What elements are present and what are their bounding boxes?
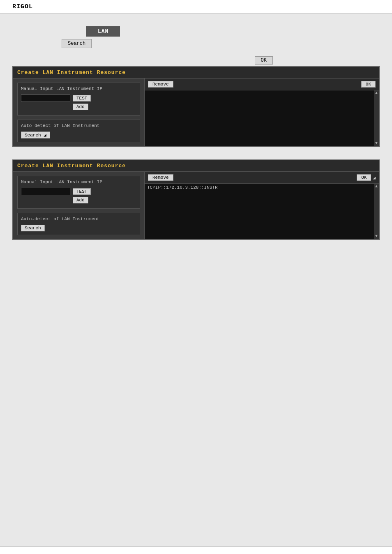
auto-section-1: Auto-detect of LAN Instrument Search ◢ — [17, 120, 140, 142]
ok-button-top[interactable]: OK — [255, 56, 273, 65]
manual-section-2: Manual Input LAN Instrument IP TEST Add — [17, 176, 140, 209]
add-row-2: Add — [21, 197, 136, 203]
search-button-1[interactable]: Search ◢ — [21, 132, 50, 138]
list-area-2[interactable]: TCPIP::172.16.3.128::INSTR ▲ ▼ — [145, 184, 379, 239]
page-wrapper: RIGOL LAN Search OK Create LAN Instrumen… — [0, 0, 392, 554]
ok-area: OK — [12, 56, 380, 65]
dialog-panel-1: Create LAN Instrument Resource Manual In… — [12, 66, 380, 147]
dialog-panel-2: Create LAN Instrument Resource Manual In… — [12, 159, 380, 240]
content-area: LAN Search OK Create LAN Instrument Reso… — [0, 14, 392, 265]
dialog-body-2: Manual Input LAN Instrument IP TEST Add … — [13, 172, 379, 239]
dialog-body-1: Manual Input LAN Instrument IP TEST Add … — [13, 78, 379, 146]
search-button-top[interactable]: Search — [62, 39, 92, 48]
ok-button-dialog-2[interactable]: OK — [357, 174, 371, 181]
manual-label-2: Manual Input LAN Instrument IP — [21, 180, 136, 185]
dialog-title-1: Create LAN Instrument Resource — [17, 69, 126, 76]
remove-button-2[interactable]: Remove — [148, 174, 173, 181]
add-button-1[interactable]: Add — [73, 104, 88, 110]
list-area-1: ▲ ▼ — [145, 90, 379, 146]
scrollbar-2[interactable]: ▲ ▼ — [374, 184, 379, 239]
add-button-2[interactable]: Add — [73, 197, 88, 203]
section-top: LAN Search — [12, 26, 380, 48]
scroll-down-icon-2[interactable]: ▼ — [374, 233, 378, 239]
dialog-right-2: Remove OK ◢ TCPIP::172.16.3.128::INSTR ▲… — [145, 172, 379, 239]
remove-button-1[interactable]: Remove — [148, 81, 173, 88]
dialog-title-bar-1: Create LAN Instrument Resource — [13, 67, 379, 78]
input-row-2: TEST — [21, 188, 136, 195]
dialog-left-1: Manual Input LAN Instrument IP TEST Add … — [13, 78, 145, 146]
scroll-up-icon-1[interactable]: ▲ — [374, 90, 378, 96]
scrollbar-1[interactable]: ▲ ▼ — [374, 90, 379, 146]
ip-input-1[interactable] — [21, 95, 70, 102]
search-button-2[interactable]: Search — [21, 225, 45, 231]
cursor-icon-2: ◢ — [373, 175, 376, 180]
ok-button-dialog-1[interactable]: OK — [361, 81, 376, 88]
logo: RIGOL — [12, 3, 33, 10]
dialog-right-top-1: Remove OK — [145, 78, 379, 90]
add-row-1: Add — [21, 104, 136, 110]
cursor-icon-1: ◢ — [44, 132, 46, 138]
auto-section-2: Auto-detect of LAN Instrument Search — [17, 213, 140, 235]
test-button-1[interactable]: TEST — [73, 95, 91, 102]
dialog-title-bar-2: Create LAN Instrument Resource — [13, 160, 379, 172]
top-bar: RIGOL — [0, 0, 392, 14]
bottom-bar — [0, 547, 392, 554]
ip-input-2[interactable] — [21, 188, 70, 195]
manual-section-1: Manual Input LAN Instrument IP TEST Add — [17, 83, 140, 115]
dialog-right-1: Remove OK ▲ ▼ — [145, 78, 379, 146]
scroll-down-icon-1[interactable]: ▼ — [374, 141, 378, 146]
input-row-1: TEST — [21, 95, 136, 102]
dialog-title-2: Create LAN Instrument Resource — [17, 163, 126, 169]
auto-label-1: Auto-detect of LAN Instrument — [21, 123, 136, 128]
lan-tab: LAN — [86, 26, 120, 37]
auto-label-2: Auto-detect of LAN Instrument — [21, 217, 136, 222]
dialog-right-top-2: Remove OK ◢ — [145, 172, 379, 184]
dialog-left-2: Manual Input LAN Instrument IP TEST Add … — [13, 172, 145, 239]
manual-label-1: Manual Input LAN Instrument IP — [21, 86, 136, 91]
test-button-2[interactable]: TEST — [73, 188, 91, 195]
list-item-tcpip[interactable]: TCPIP::172.16.3.128::INSTR — [145, 184, 379, 191]
scroll-up-icon-2[interactable]: ▲ — [374, 184, 378, 189]
